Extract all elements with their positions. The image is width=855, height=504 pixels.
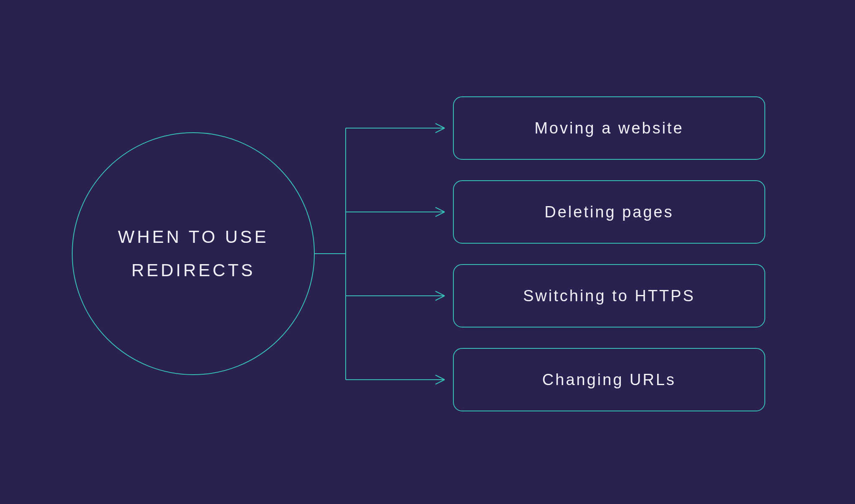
item-label: Changing URLs: [542, 371, 676, 389]
item-box-2: Switching to HTTPS: [453, 264, 765, 328]
item-box-3: Changing URLs: [453, 348, 765, 411]
center-node: WHEN TO USE REDIRECTS: [72, 132, 315, 375]
item-label: Switching to HTTPS: [523, 287, 695, 305]
connector-lines: [314, 96, 456, 409]
item-label: Deleting pages: [544, 203, 674, 221]
item-label: Moving a website: [534, 119, 684, 137]
item-box-0: Moving a website: [453, 96, 765, 160]
center-title: WHEN TO USE REDIRECTS: [73, 220, 314, 287]
item-box-1: Deleting pages: [453, 180, 765, 244]
